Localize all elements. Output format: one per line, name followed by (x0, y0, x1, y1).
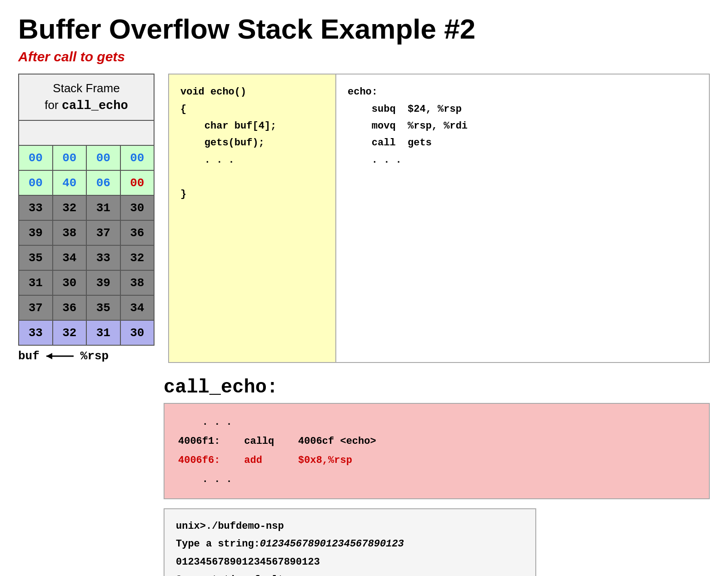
code-line: void echo() (180, 86, 246, 98)
page-title: Buffer Overflow Stack Example #2 (18, 14, 710, 45)
stack-cell: 38 (120, 270, 155, 295)
stack-cell: 31 (86, 195, 120, 220)
buf-label: buf (18, 349, 40, 363)
terminal-line: unix>./bufdemo-nsp (176, 521, 284, 532)
table-row (19, 120, 154, 145)
stack-cell: 31 (86, 320, 120, 345)
code-line: char buf[4]; (180, 120, 276, 132)
terminal-italic: 012345678901234567890123 (260, 538, 404, 550)
stack-frame-label: Stack Frame for call_echo (18, 74, 155, 120)
stack-cell: 37 (86, 220, 120, 245)
code-box-pink: . . . 4006f1: callq 4006cf <echo> 4006f6… (164, 403, 710, 499)
stack-cell: 33 (86, 245, 120, 270)
stack-frame-line2: for call_echo (45, 98, 128, 112)
code-line: echo: (348, 86, 378, 98)
rsp-label: %rsp (80, 349, 109, 363)
stack-cell: 30 (120, 195, 155, 220)
table-row: 33 32 31 30 (19, 320, 154, 345)
table-row: 00 40 06 00 (19, 170, 154, 195)
stack-cell: 39 (86, 270, 120, 295)
table-row: 37 36 35 34 (19, 295, 154, 320)
stack-cell: 33 (19, 195, 53, 220)
terminal-box: unix>./bufdemo-nsp Type a string:0123456… (164, 508, 536, 576)
code-line: gets(buf); (180, 137, 264, 149)
stack-cell: 36 (120, 220, 155, 245)
stack-cell: 00 (86, 145, 120, 170)
stack-cell: 36 (53, 295, 87, 320)
right-bottom: call_echo: . . . 4006f1: callq 4006cf <e… (164, 377, 710, 576)
code-line: subq $24, %rsp (348, 104, 462, 115)
stack-cell: 32 (53, 320, 87, 345)
stack-cell: 00 (19, 170, 53, 195)
table-row: 00 00 00 00 (19, 145, 154, 170)
code-line: } (180, 189, 186, 200)
stack-cell: 30 (53, 270, 87, 295)
stack-cell: 00 (53, 145, 87, 170)
stack-cell: 34 (120, 295, 155, 320)
stack-frame-container: Stack Frame for call_echo 00 00 00 00 00… (18, 74, 155, 363)
top-section: Stack Frame for call_echo 00 00 00 00 00… (18, 74, 710, 363)
code-line: . . . (348, 154, 402, 166)
stack-cell: 35 (19, 245, 53, 270)
stack-cell: 00 (120, 145, 155, 170)
terminal-line: Type a string:012345678901234567890123 (176, 538, 404, 550)
left-arrow-icon (44, 350, 76, 362)
terminal-line: Segmentation fault (176, 574, 284, 576)
code-line: call gets (348, 137, 432, 149)
subtitle: After call to gets (18, 49, 710, 65)
svg-marker-1 (46, 353, 52, 359)
table-row: 31 30 39 38 (19, 270, 154, 295)
stack-cell: 40 (53, 170, 87, 195)
code-box-yellow: void echo() { char buf[4]; gets(buf); . … (168, 74, 336, 363)
spacer-cell (19, 120, 154, 145)
code-line: { (180, 104, 186, 115)
stack-cell: 38 (53, 220, 87, 245)
stack-cell: 32 (53, 195, 87, 220)
stack-cell: 34 (53, 245, 87, 270)
table-row: 35 34 33 32 (19, 245, 154, 270)
code-line: . . . (180, 154, 234, 166)
stack-cell: 35 (86, 295, 120, 320)
code-line: 4006f1: callq 4006cf <echo> (178, 436, 376, 447)
stack-cell: 33 (19, 320, 53, 345)
code-line: . . . (178, 417, 232, 428)
code-boxes: void echo() { char buf[4]; gets(buf); . … (168, 74, 710, 363)
stack-cell: 31 (19, 270, 53, 295)
code-line-red: 4006f6: add $0x8,%rsp (178, 455, 352, 466)
stack-cell: 00 (19, 145, 53, 170)
table-row: 33 32 31 30 (19, 195, 154, 220)
terminal-line: 012345678901234567890123 (176, 556, 320, 568)
stack-cell: 37 (19, 295, 53, 320)
stack-cell: 32 (120, 245, 155, 270)
stack-cell: 30 (120, 320, 155, 345)
table-row: 39 38 37 36 (19, 220, 154, 245)
stack-frame-line1: Stack Frame (53, 81, 120, 95)
stack-cell: 00 (120, 170, 155, 195)
code-box-asm: echo: subq $24, %rsp movq %rsp, %rdi cal… (336, 74, 710, 363)
stack-table: 00 00 00 00 00 40 06 00 33 32 31 30 (18, 120, 155, 346)
stack-cell: 06 (86, 170, 120, 195)
code-line: . . . (178, 474, 232, 485)
stack-cell: 39 (19, 220, 53, 245)
call-echo-title: call_echo: (164, 377, 710, 398)
code-line: movq %rsp, %rdi (348, 120, 468, 132)
stack-frame-mono: call_echo (62, 99, 128, 113)
buf-arrow-row: buf %rsp (18, 349, 109, 363)
bottom-section: call_echo: . . . 4006f1: callq 4006cf <e… (18, 377, 710, 576)
left-bottom-spacer (18, 377, 155, 576)
